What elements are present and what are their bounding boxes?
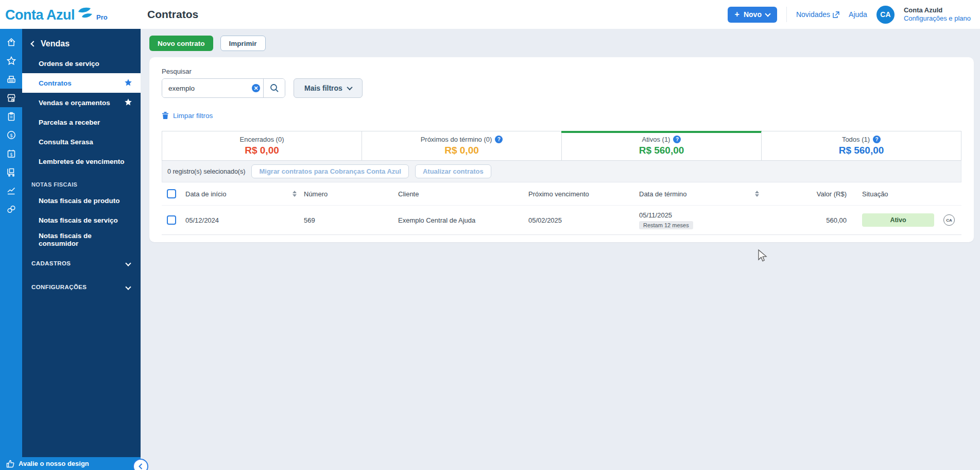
- external-link-icon: [833, 11, 839, 18]
- ajuda-link[interactable]: Ajuda: [849, 10, 867, 19]
- tab-label: Ativos (1): [642, 136, 670, 143]
- page-title: Contratos: [147, 8, 198, 21]
- star-filled-icon[interactable]: [124, 98, 132, 108]
- divider: [786, 7, 787, 22]
- design-feedback-bar[interactable]: Avalie o nosso design: [0, 457, 141, 470]
- rail-item-purchases[interactable]: [0, 163, 22, 181]
- sidebar-item-nf-produto[interactable]: Notas fiscais de produto: [22, 191, 141, 210]
- help-icon[interactable]: ?: [873, 136, 881, 143]
- clear-search-button[interactable]: ✕: [249, 79, 263, 97]
- tab-value: R$ 560,00: [639, 145, 684, 156]
- calendar-dollar-icon: $: [6, 148, 16, 159]
- rail-item-favorites[interactable]: [0, 52, 22, 70]
- new-contract-button[interactable]: Novo contrato: [149, 36, 213, 51]
- trash-icon: [162, 111, 169, 120]
- more-filters-button[interactable]: Mais filtros: [294, 78, 363, 98]
- cell-start-date: 05/12/2024: [185, 216, 219, 224]
- chevron-left-icon: [30, 41, 36, 46]
- update-contracts-button[interactable]: Atualizar contratos: [415, 164, 491, 178]
- svg-text:$: $: [9, 132, 12, 138]
- filters-row: ✕ Mais filtros: [162, 78, 961, 98]
- chevron-left-icon: [138, 463, 143, 470]
- section-notas-fiscais: NOTAS FISCAIS: [22, 171, 141, 191]
- tab-label: Próximos do término (0): [421, 136, 492, 143]
- novidades-link[interactable]: Novidades: [796, 10, 839, 19]
- rail-item-integrations[interactable]: [0, 200, 22, 219]
- logo-text: Conta Azul: [5, 8, 75, 22]
- tab-ativos[interactable]: Ativos (1) ? R$ 560,00: [561, 131, 761, 160]
- novo-button[interactable]: + Novo: [728, 7, 777, 23]
- tab-value: R$ 0,00: [245, 145, 279, 156]
- sidebar-item-lembretes-de-vencimento[interactable]: Lembretes de vencimento: [22, 152, 141, 171]
- chevron-down-icon: [765, 11, 770, 16]
- sidebar-item-label: Vendas e orçamentos: [39, 99, 110, 107]
- avatar-initials: CA: [880, 10, 890, 19]
- tab-label: Encerrados (0): [240, 136, 284, 143]
- sidebar-item-vendas-e-orcamentos[interactable]: Vendas e orçamentos: [22, 93, 141, 112]
- sort-icon[interactable]: [755, 191, 759, 197]
- sidebar-item-contratos[interactable]: Contratos: [22, 73, 141, 93]
- clear-filters-link[interactable]: Limpar filtros: [162, 111, 213, 120]
- help-icon[interactable]: ?: [673, 136, 681, 143]
- sidebar-item-nf-servico[interactable]: Notas fiscais de serviço: [22, 210, 141, 230]
- account-name: Conta Azuld: [904, 6, 971, 14]
- search-group: ✕: [162, 78, 285, 98]
- select-all-checkbox[interactable]: [167, 189, 176, 198]
- rail-item-store[interactable]: [0, 89, 22, 107]
- column-number: Número: [304, 190, 328, 198]
- clear-icon: ✕: [252, 84, 260, 92]
- row-checkbox[interactable]: [167, 215, 176, 225]
- sidebar-item-label: Consulta Serasa: [39, 138, 93, 146]
- contracts-toolbar: Novo contrato Imprimir: [149, 36, 974, 51]
- sidebar-section-cadastros[interactable]: CADASTROS: [22, 254, 141, 273]
- tab-label: Todos (1): [842, 136, 870, 143]
- migrate-contracts-button[interactable]: Migrar contratos para Cobranças Conta Az…: [251, 164, 408, 178]
- line-chart-icon: [6, 186, 16, 196]
- table-row[interactable]: 05/12/2024 569 Exemplo Central de Ajuda …: [162, 205, 961, 235]
- search-label: Pesquisar: [162, 68, 961, 75]
- rail-item-money[interactable]: $: [0, 126, 22, 144]
- column-next-due: Próximo vencimento: [528, 190, 589, 198]
- store-icon: [6, 93, 16, 103]
- star-filled-icon[interactable]: [124, 78, 132, 88]
- tab-encerrados[interactable]: Encerrados (0) R$ 0,00: [162, 131, 362, 160]
- main-content: Novo contrato Imprimir Pesquisar ✕ Mais …: [141, 29, 980, 470]
- search-input[interactable]: [162, 79, 249, 97]
- sidebar-item-consulta-serasa[interactable]: Consulta Serasa: [22, 132, 141, 152]
- rail-item-notes[interactable]: [0, 107, 22, 126]
- logo[interactable]: Conta Azul Pro: [0, 7, 141, 22]
- rail-item-billing-calendar[interactable]: $: [0, 144, 22, 163]
- cell-end-date: 05/11/2025: [639, 211, 766, 219]
- cash-register-icon: [6, 74, 16, 85]
- menu-back-vendas[interactable]: Vendas: [22, 35, 141, 54]
- sidebar-item-parcelas-a-receber[interactable]: Parcelas a receber: [22, 112, 141, 132]
- status-badge[interactable]: Ativo: [862, 213, 934, 227]
- column-value: Valor (R$): [817, 190, 847, 198]
- sidebar-item-label: Lembretes de vencimento: [39, 158, 125, 165]
- print-button[interactable]: Imprimir: [220, 36, 266, 51]
- tab-proximos-do-termino[interactable]: Próximos do término (0) ? R$ 0,00: [362, 131, 561, 160]
- tab-todos[interactable]: Todos (1) ? R$ 560,00: [761, 131, 961, 160]
- summary-tabs: Encerrados (0) R$ 0,00 Próximos do térmi…: [162, 131, 961, 161]
- help-icon[interactable]: ?: [495, 136, 503, 143]
- sidebar-item-label: Notas fiscais de produto: [39, 197, 120, 205]
- sort-icon[interactable]: [293, 191, 297, 197]
- cart-icon: [6, 167, 16, 177]
- logo-pro-badge: Pro: [96, 13, 108, 21]
- sidebar-menu: Vendas Ordens de serviço Contratos Venda…: [22, 29, 141, 457]
- chevron-down-icon: [125, 284, 131, 290]
- sidebar-item-nf-consumidor[interactable]: Notas fiscais de consumidor: [22, 230, 141, 249]
- rail-item-cash-register[interactable]: [0, 70, 22, 89]
- icon-rail: $ $: [0, 29, 22, 457]
- rail-item-reports[interactable]: [0, 181, 22, 200]
- design-feedback-label: Avalie o nosso design: [19, 460, 89, 467]
- svg-text:$: $: [10, 152, 12, 157]
- rail-item-home[interactable]: [0, 33, 22, 52]
- sidebar-item-ordens-de-servico[interactable]: Ordens de serviço: [22, 54, 141, 73]
- account-settings-link[interactable]: Configurações e plano: [904, 14, 971, 23]
- conta-azul-mini-icon[interactable]: CA: [943, 214, 955, 226]
- sidebar-collapse-button[interactable]: [133, 459, 148, 470]
- sidebar-section-configuracoes[interactable]: CONFIGURAÇÕES: [22, 277, 141, 297]
- account-avatar[interactable]: CA: [876, 6, 895, 24]
- search-button[interactable]: [263, 79, 285, 97]
